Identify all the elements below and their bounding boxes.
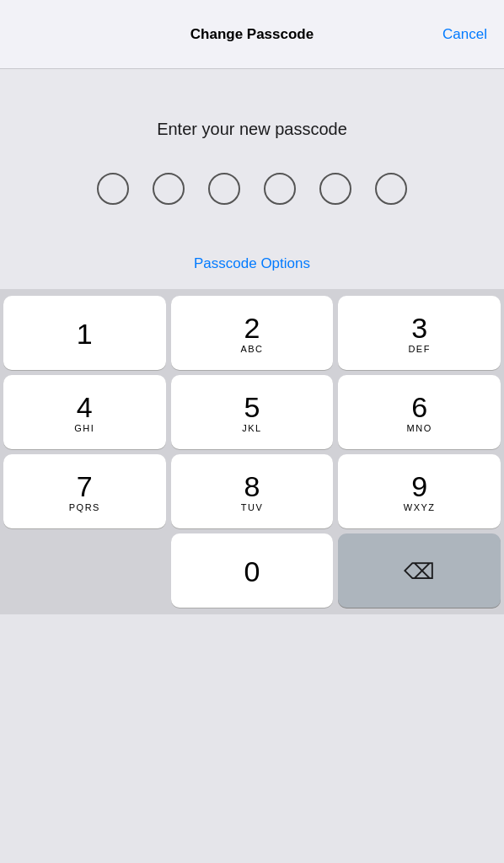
key-number-5: 5 [244, 393, 260, 421]
passcode-dot-5 [319, 173, 351, 205]
key-6[interactable]: 6MNO [338, 375, 501, 449]
passcode-options-button[interactable]: Passcode Options [194, 255, 310, 272]
key-1[interactable]: 1 [3, 296, 166, 370]
key-letters-7: PQRS [69, 502, 100, 512]
key-letters-3: DEF [408, 344, 431, 354]
key-number-0: 0 [244, 557, 260, 586]
key-number-4: 4 [77, 393, 93, 421]
key-9[interactable]: 9WXYZ [338, 454, 501, 528]
key-letters-6: MNO [407, 423, 432, 433]
passcode-dots [97, 173, 407, 205]
key-3[interactable]: 3DEF [338, 296, 501, 370]
backspace-icon: ⌫ [404, 559, 435, 585]
key-5[interactable]: 5JKL [171, 375, 334, 449]
key-number-8: 8 [244, 472, 260, 501]
backspace-key[interactable]: ⌫ [338, 533, 501, 608]
passcode-dot-3 [208, 173, 240, 205]
passcode-dot-1 [97, 173, 129, 205]
key-8[interactable]: 8TUV [171, 454, 334, 528]
key-2[interactable]: 2ABC [171, 296, 334, 370]
key-4[interactable]: 4GHI [3, 375, 166, 449]
passcode-options-area: Passcode Options [0, 239, 504, 289]
key-letters-5: JKL [242, 423, 261, 433]
cancel-button[interactable]: Cancel [442, 26, 487, 43]
key-letters-9: WXYZ [404, 502, 436, 512]
numeric-keyboard: 12ABC3DEF4GHI5JKL6MNO7PQRS8TUV9WXYZ0⌫ [0, 289, 504, 614]
key-letters-4: GHI [74, 423, 94, 433]
key-number-6: 6 [411, 393, 427, 421]
key-empty [3, 533, 166, 608]
passcode-entry-area: Enter your new passcode [0, 69, 504, 239]
key-0[interactable]: 0 [171, 533, 334, 608]
key-number-2: 2 [244, 314, 260, 342]
key-number-9: 9 [411, 472, 427, 501]
key-7[interactable]: 7PQRS [3, 454, 166, 528]
passcode-dot-2 [153, 173, 185, 205]
page-title: Change Passcode [190, 26, 314, 43]
key-letters-8: TUV [241, 502, 264, 512]
passcode-dot-4 [264, 173, 296, 205]
passcode-prompt: Enter your new passcode [157, 120, 347, 139]
key-number-3: 3 [411, 314, 427, 342]
header: Change Passcode Cancel [0, 0, 504, 69]
passcode-dot-6 [375, 173, 407, 205]
key-number-1: 1 [77, 319, 93, 348]
key-number-7: 7 [77, 472, 93, 501]
key-letters-2: ABC [240, 344, 263, 354]
